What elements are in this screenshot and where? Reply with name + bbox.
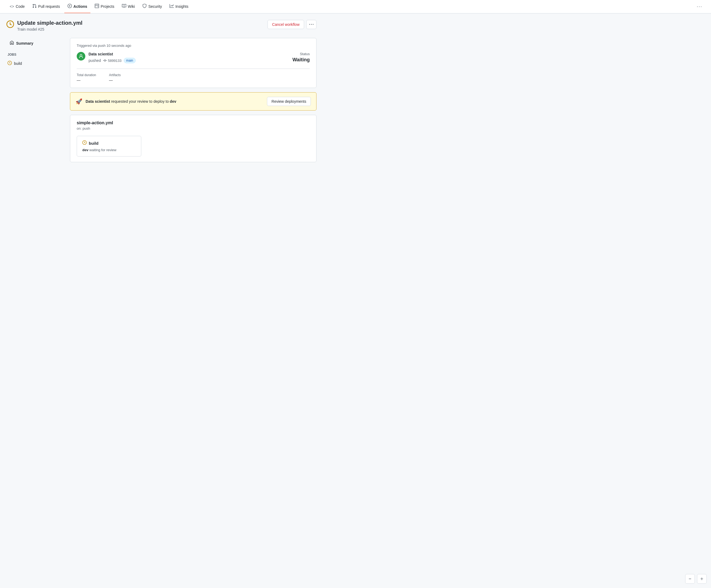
review-banner-text: Data scientist requested your review to … bbox=[86, 99, 264, 104]
security-icon bbox=[142, 4, 147, 9]
review-banner: 🚀 Data scientist requested your review t… bbox=[70, 92, 317, 111]
trigger-status-value: Waiting bbox=[293, 57, 310, 63]
nav-item-wiki[interactable]: Wiki bbox=[119, 0, 138, 13]
nav-item-actions[interactable]: Actions bbox=[64, 0, 90, 13]
job-status-prefix: dev bbox=[82, 148, 88, 152]
workflow-filename: simple-action.yml bbox=[77, 120, 310, 125]
page-wrapper: Update simple-action.yml Train model #25… bbox=[0, 14, 323, 169]
trigger-artifacts-value: — bbox=[109, 78, 113, 82]
workflow-title-block: Update simple-action.yml Train model #25 bbox=[17, 20, 82, 31]
job-name: build bbox=[89, 141, 99, 145]
trigger-branch-badge: main bbox=[124, 58, 136, 63]
insights-icon bbox=[170, 4, 174, 9]
nav-item-security[interactable]: Security bbox=[139, 0, 165, 13]
projects-icon bbox=[95, 4, 99, 9]
main-content: Summary Jobs build Triggered via push 10… bbox=[6, 38, 317, 162]
trigger-right: Status Waiting bbox=[293, 52, 310, 63]
review-deployments-button[interactable]: Review deployments bbox=[267, 97, 311, 106]
nav-label-insights: Insights bbox=[175, 4, 188, 8]
workflow-header: Update simple-action.yml Train model #25… bbox=[6, 20, 317, 31]
trigger-artifacts-label: Artifacts bbox=[109, 73, 121, 77]
sidebar-jobs-label: Jobs bbox=[6, 53, 66, 56]
top-navigation: <> Code Pull requests Actions Projects bbox=[0, 0, 711, 14]
trigger-left: Data scientist pushed 5899133 main bbox=[77, 52, 136, 63]
nav-item-code[interactable]: <> Code bbox=[6, 1, 28, 13]
nav-item-projects[interactable]: Projects bbox=[91, 0, 117, 13]
house-icon bbox=[10, 41, 14, 46]
trigger-commit-hash: 5899133 bbox=[108, 59, 122, 63]
build-clock-icon bbox=[7, 61, 12, 66]
job-box-build[interactable]: build dev waiting for review bbox=[77, 136, 141, 157]
trigger-duration-label: Total duration bbox=[77, 73, 96, 77]
job-box-status: dev waiting for review bbox=[82, 148, 136, 152]
trigger-commit: 5899133 bbox=[103, 59, 122, 63]
sidebar-summary-label: Summary bbox=[16, 41, 34, 45]
trigger-body: Data scientist pushed 5899133 main bbox=[77, 52, 310, 63]
job-clock-icon bbox=[82, 140, 87, 146]
workflow-card: simple-action.yml on: push build dev bbox=[70, 115, 317, 162]
nav-label-projects: Projects bbox=[101, 4, 114, 8]
header-actions: Cancel workflow bbox=[267, 20, 317, 29]
trigger-duration-value: — bbox=[77, 78, 81, 82]
trigger-details: Data scientist pushed 5899133 main bbox=[89, 52, 136, 63]
trigger-footer: Total duration — Artifacts — bbox=[77, 69, 310, 82]
rocket-icon: 🚀 bbox=[76, 98, 82, 105]
workflow-trigger: on: push bbox=[77, 127, 310, 131]
trigger-pushed-label: pushed bbox=[89, 59, 101, 63]
job-box-header: build bbox=[82, 140, 136, 146]
more-options-button[interactable] bbox=[306, 20, 317, 29]
trigger-footer-duration: Total duration — bbox=[77, 73, 96, 82]
workflow-header-left: Update simple-action.yml Train model #25 bbox=[6, 20, 82, 31]
sidebar-summary-item[interactable]: Summary bbox=[6, 38, 66, 48]
sidebar-job-build[interactable]: build bbox=[6, 59, 66, 68]
trigger-card: Triggered via push 10 seconds ago Data s… bbox=[70, 38, 317, 88]
workflow-title: Update simple-action.yml bbox=[17, 20, 82, 26]
actions-icon bbox=[68, 4, 72, 9]
nav-label-security: Security bbox=[148, 4, 162, 8]
pull-request-icon bbox=[32, 4, 37, 9]
trigger-user-name: Data scientist bbox=[89, 52, 136, 56]
sidebar-job-build-label: build bbox=[14, 61, 22, 66]
nav-item-pull-requests[interactable]: Pull requests bbox=[29, 0, 63, 13]
user-avatar bbox=[77, 52, 85, 61]
review-banner-deploy-target: dev bbox=[170, 99, 176, 104]
right-panel: Triggered via push 10 seconds ago Data s… bbox=[70, 38, 317, 162]
trigger-footer-artifacts: Artifacts — bbox=[109, 73, 121, 82]
workflow-subtitle: Train model #25 bbox=[17, 27, 82, 31]
nav-label-wiki: Wiki bbox=[128, 4, 135, 8]
sidebar: Summary Jobs build bbox=[6, 38, 66, 68]
nav-more-button[interactable]: ··· bbox=[695, 0, 705, 13]
workflow-status-icon bbox=[6, 20, 14, 30]
review-banner-username: Data scientist bbox=[86, 99, 110, 104]
nav-label-code: Code bbox=[16, 4, 24, 8]
nav-label-pull-requests: Pull requests bbox=[38, 4, 60, 8]
trigger-header: Triggered via push 10 seconds ago bbox=[77, 44, 310, 48]
trigger-status-label: Status bbox=[293, 52, 310, 56]
wiki-icon bbox=[122, 4, 126, 9]
job-status-waiting: waiting for review bbox=[89, 148, 116, 152]
cancel-workflow-button[interactable]: Cancel workflow bbox=[267, 20, 304, 29]
nav-label-actions: Actions bbox=[73, 4, 87, 8]
trigger-meta: pushed 5899133 main bbox=[89, 58, 136, 63]
review-banner-middle-text: requested your review to deploy to bbox=[111, 99, 170, 104]
code-icon: <> bbox=[10, 4, 14, 8]
nav-item-insights[interactable]: Insights bbox=[166, 0, 192, 13]
